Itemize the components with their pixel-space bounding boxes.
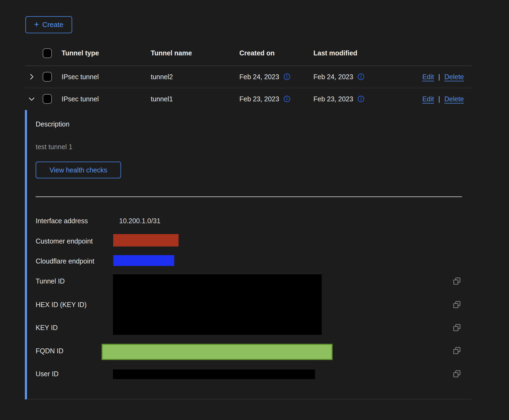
info-icon[interactable]: [283, 95, 290, 102]
key-id-label: KEY ID: [36, 324, 58, 332]
modified-date: Feb 24, 2023: [313, 73, 353, 81]
select-all-checkbox[interactable]: [43, 48, 52, 58]
plus-icon: +: [34, 20, 39, 29]
header-tunnel-type: Tunnel type: [62, 49, 151, 57]
customer-endpoint-redacted-value: [113, 234, 179, 246]
info-icon[interactable]: [357, 73, 364, 80]
hex-id-label: HEX ID (KEY ID): [36, 301, 86, 309]
cloudflare-endpoint-redacted-value: [113, 255, 174, 266]
copy-icon[interactable]: [453, 277, 461, 285]
table-row: IPsec tunnel tunnel1 Feb 23, 2023 Feb 23…: [25, 88, 471, 110]
row-checkbox[interactable]: [43, 72, 52, 82]
chevron-right-icon[interactable]: [28, 73, 36, 81]
section-divider: [36, 196, 462, 197]
chevron-down-icon[interactable]: [28, 95, 36, 103]
ipsec-tunnels-panel: + Create Tunnel type Tunnel name Created…: [0, 0, 509, 420]
description-value: test tunnel 1: [36, 143, 72, 151]
interface-address-value: 10.200.1.0/31: [119, 217, 160, 225]
create-button-label: Create: [42, 21, 63, 29]
delete-link[interactable]: Delete: [444, 73, 464, 81]
header-created-on: Created on: [239, 49, 313, 57]
tunnel-type-cell: IPsec tunnel: [62, 73, 151, 81]
fqdn-id-label: FQDN ID: [36, 347, 63, 355]
table-header-row: Tunnel type Tunnel name Created on Last …: [25, 41, 471, 66]
copy-icon[interactable]: [453, 370, 461, 378]
customer-endpoint-label: Customer endpoint: [36, 237, 93, 245]
header-tunnel-name: Tunnel name: [151, 49, 239, 57]
edit-link[interactable]: Edit: [422, 95, 434, 103]
user-id-label: User ID: [36, 370, 59, 378]
ids-redacted-value: [113, 274, 322, 335]
tunnel-name-cell: tunnel2: [151, 73, 239, 81]
tunnel-id-label: Tunnel ID: [36, 277, 65, 285]
created-date: Feb 23, 2023: [239, 95, 279, 103]
created-date: Feb 24, 2023: [239, 73, 279, 81]
modified-date: Feb 23, 2023: [313, 95, 353, 103]
description-label: Description: [36, 120, 69, 128]
copy-icon[interactable]: [453, 301, 461, 309]
info-icon[interactable]: [283, 73, 290, 80]
fqdn-id-redacted-value: [102, 344, 333, 360]
copy-icon[interactable]: [453, 324, 461, 332]
header-last-modified: Last modified: [313, 49, 471, 57]
interface-address-label: Interface address: [36, 217, 88, 225]
tunnel-detail-panel: Description test tunnel 1 View health ch…: [25, 110, 471, 399]
table-row: IPsec tunnel tunnel2 Feb 24, 2023 Feb 24…: [25, 66, 471, 88]
view-health-checks-button[interactable]: View health checks: [36, 162, 121, 178]
copy-icon[interactable]: [453, 346, 461, 355]
cloudflare-endpoint-label: Cloudflare endpoint: [36, 257, 94, 265]
info-icon[interactable]: [357, 95, 364, 102]
row-checkbox[interactable]: [43, 94, 52, 104]
edit-link[interactable]: Edit: [422, 73, 434, 81]
create-button[interactable]: + Create: [25, 16, 72, 33]
link-separator: |: [438, 95, 440, 103]
link-separator: |: [438, 73, 440, 81]
user-id-redacted-value: [113, 369, 315, 379]
tunnel-type-cell: IPsec tunnel: [62, 95, 151, 103]
delete-link[interactable]: Delete: [444, 95, 464, 103]
tunnel-name-cell: tunnel1: [151, 95, 239, 103]
